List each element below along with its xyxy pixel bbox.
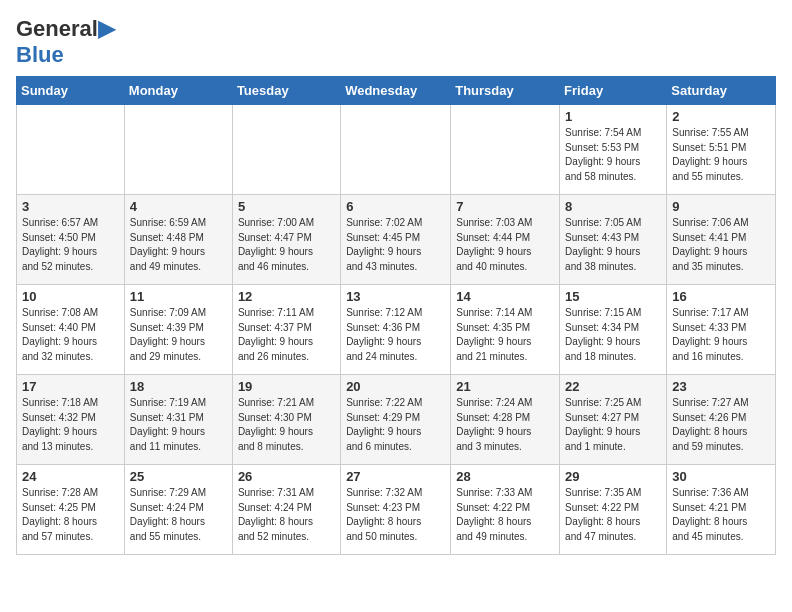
day-info: Sunrise: 7:02 AM Sunset: 4:45 PM Dayligh… [346,216,446,274]
calendar-cell: 11Sunrise: 7:09 AM Sunset: 4:39 PM Dayli… [124,285,232,375]
day-header-friday: Friday [560,77,667,105]
day-info: Sunrise: 7:12 AM Sunset: 4:36 PM Dayligh… [346,306,446,364]
day-info: Sunrise: 7:06 AM Sunset: 4:41 PM Dayligh… [672,216,771,274]
day-number: 3 [22,199,120,214]
calendar-cell: 4Sunrise: 6:59 AM Sunset: 4:48 PM Daylig… [124,195,232,285]
day-info: Sunrise: 7:14 AM Sunset: 4:35 PM Dayligh… [456,306,555,364]
day-number: 22 [565,379,662,394]
calendar-cell: 9Sunrise: 7:06 AM Sunset: 4:41 PM Daylig… [667,195,776,285]
day-number: 19 [238,379,336,394]
calendar-cell: 30Sunrise: 7:36 AM Sunset: 4:21 PM Dayli… [667,465,776,555]
logo-text: General▶ [16,16,115,42]
day-number: 7 [456,199,555,214]
calendar-cell: 24Sunrise: 7:28 AM Sunset: 4:25 PM Dayli… [17,465,125,555]
day-info: Sunrise: 7:08 AM Sunset: 4:40 PM Dayligh… [22,306,120,364]
logo: General▶ Blue [16,16,115,68]
day-info: Sunrise: 7:29 AM Sunset: 4:24 PM Dayligh… [130,486,228,544]
calendar-table: SundayMondayTuesdayWednesdayThursdayFrid… [16,76,776,555]
day-number: 23 [672,379,771,394]
day-header-tuesday: Tuesday [232,77,340,105]
calendar-cell [451,105,560,195]
calendar-week-row: 3Sunrise: 6:57 AM Sunset: 4:50 PM Daylig… [17,195,776,285]
day-header-wednesday: Wednesday [341,77,451,105]
day-number: 20 [346,379,446,394]
day-info: Sunrise: 7:32 AM Sunset: 4:23 PM Dayligh… [346,486,446,544]
day-number: 1 [565,109,662,124]
calendar-cell [341,105,451,195]
day-number: 27 [346,469,446,484]
calendar-cell: 8Sunrise: 7:05 AM Sunset: 4:43 PM Daylig… [560,195,667,285]
calendar-cell [232,105,340,195]
calendar-cell: 22Sunrise: 7:25 AM Sunset: 4:27 PM Dayli… [560,375,667,465]
day-info: Sunrise: 7:09 AM Sunset: 4:39 PM Dayligh… [130,306,228,364]
day-info: Sunrise: 7:21 AM Sunset: 4:30 PM Dayligh… [238,396,336,454]
calendar-header-row: SundayMondayTuesdayWednesdayThursdayFrid… [17,77,776,105]
day-info: Sunrise: 7:05 AM Sunset: 4:43 PM Dayligh… [565,216,662,274]
day-number: 21 [456,379,555,394]
day-number: 15 [565,289,662,304]
calendar-cell: 29Sunrise: 7:35 AM Sunset: 4:22 PM Dayli… [560,465,667,555]
day-info: Sunrise: 7:31 AM Sunset: 4:24 PM Dayligh… [238,486,336,544]
day-info: Sunrise: 7:36 AM Sunset: 4:21 PM Dayligh… [672,486,771,544]
day-number: 24 [22,469,120,484]
page-header: General▶ Blue [16,16,776,68]
calendar-cell: 28Sunrise: 7:33 AM Sunset: 4:22 PM Dayli… [451,465,560,555]
calendar-cell: 20Sunrise: 7:22 AM Sunset: 4:29 PM Dayli… [341,375,451,465]
calendar-week-row: 1Sunrise: 7:54 AM Sunset: 5:53 PM Daylig… [17,105,776,195]
calendar-cell [17,105,125,195]
day-header-monday: Monday [124,77,232,105]
calendar-week-row: 17Sunrise: 7:18 AM Sunset: 4:32 PM Dayli… [17,375,776,465]
day-info: Sunrise: 7:17 AM Sunset: 4:33 PM Dayligh… [672,306,771,364]
day-info: Sunrise: 7:22 AM Sunset: 4:29 PM Dayligh… [346,396,446,454]
calendar-cell: 10Sunrise: 7:08 AM Sunset: 4:40 PM Dayli… [17,285,125,375]
calendar-week-row: 24Sunrise: 7:28 AM Sunset: 4:25 PM Dayli… [17,465,776,555]
day-header-saturday: Saturday [667,77,776,105]
day-number: 16 [672,289,771,304]
day-info: Sunrise: 7:54 AM Sunset: 5:53 PM Dayligh… [565,126,662,184]
calendar-cell: 7Sunrise: 7:03 AM Sunset: 4:44 PM Daylig… [451,195,560,285]
day-info: Sunrise: 7:19 AM Sunset: 4:31 PM Dayligh… [130,396,228,454]
day-number: 18 [130,379,228,394]
day-number: 8 [565,199,662,214]
day-info: Sunrise: 7:27 AM Sunset: 4:26 PM Dayligh… [672,396,771,454]
day-number: 11 [130,289,228,304]
day-info: Sunrise: 7:28 AM Sunset: 4:25 PM Dayligh… [22,486,120,544]
day-number: 9 [672,199,771,214]
calendar-cell: 16Sunrise: 7:17 AM Sunset: 4:33 PM Dayli… [667,285,776,375]
day-number: 28 [456,469,555,484]
calendar-cell: 15Sunrise: 7:15 AM Sunset: 4:34 PM Dayli… [560,285,667,375]
day-header-thursday: Thursday [451,77,560,105]
day-info: Sunrise: 7:55 AM Sunset: 5:51 PM Dayligh… [672,126,771,184]
calendar-cell: 18Sunrise: 7:19 AM Sunset: 4:31 PM Dayli… [124,375,232,465]
calendar-cell: 12Sunrise: 7:11 AM Sunset: 4:37 PM Dayli… [232,285,340,375]
day-number: 17 [22,379,120,394]
day-number: 6 [346,199,446,214]
day-number: 4 [130,199,228,214]
calendar-week-row: 10Sunrise: 7:08 AM Sunset: 4:40 PM Dayli… [17,285,776,375]
day-number: 26 [238,469,336,484]
day-info: Sunrise: 7:24 AM Sunset: 4:28 PM Dayligh… [456,396,555,454]
day-info: Sunrise: 7:18 AM Sunset: 4:32 PM Dayligh… [22,396,120,454]
day-number: 30 [672,469,771,484]
calendar-cell: 25Sunrise: 7:29 AM Sunset: 4:24 PM Dayli… [124,465,232,555]
calendar-cell: 1Sunrise: 7:54 AM Sunset: 5:53 PM Daylig… [560,105,667,195]
day-info: Sunrise: 7:33 AM Sunset: 4:22 PM Dayligh… [456,486,555,544]
day-number: 2 [672,109,771,124]
day-info: Sunrise: 6:57 AM Sunset: 4:50 PM Dayligh… [22,216,120,274]
day-number: 13 [346,289,446,304]
day-info: Sunrise: 7:35 AM Sunset: 4:22 PM Dayligh… [565,486,662,544]
day-number: 10 [22,289,120,304]
calendar-cell: 13Sunrise: 7:12 AM Sunset: 4:36 PM Dayli… [341,285,451,375]
day-header-sunday: Sunday [17,77,125,105]
day-info: Sunrise: 6:59 AM Sunset: 4:48 PM Dayligh… [130,216,228,274]
calendar-cell: 3Sunrise: 6:57 AM Sunset: 4:50 PM Daylig… [17,195,125,285]
day-number: 14 [456,289,555,304]
day-number: 29 [565,469,662,484]
day-info: Sunrise: 7:15 AM Sunset: 4:34 PM Dayligh… [565,306,662,364]
calendar-cell: 26Sunrise: 7:31 AM Sunset: 4:24 PM Dayli… [232,465,340,555]
day-info: Sunrise: 7:25 AM Sunset: 4:27 PM Dayligh… [565,396,662,454]
day-info: Sunrise: 7:11 AM Sunset: 4:37 PM Dayligh… [238,306,336,364]
day-number: 5 [238,199,336,214]
day-info: Sunrise: 7:00 AM Sunset: 4:47 PM Dayligh… [238,216,336,274]
day-number: 25 [130,469,228,484]
